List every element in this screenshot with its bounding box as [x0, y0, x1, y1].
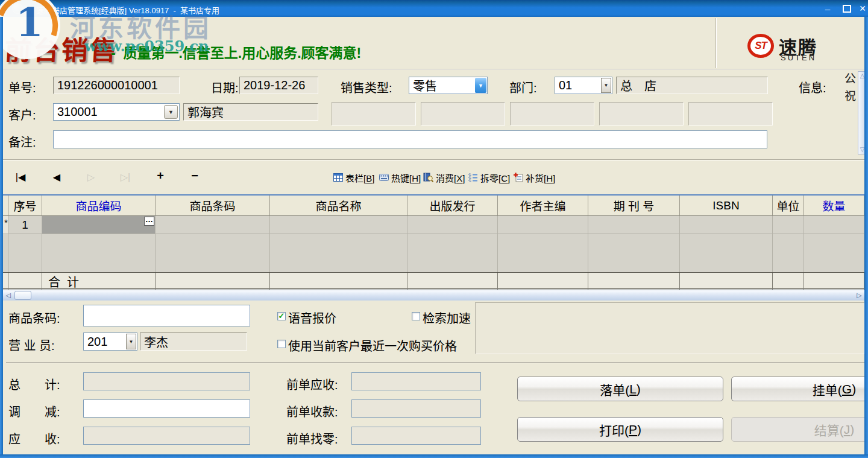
sale-type-dropdown-icon[interactable]: ▼ — [475, 78, 486, 93]
grid-header-row: 序号 商品编码 商品条码 商品名称 出版发行 作者主编 期 刊 号 ISBN 单… — [3, 196, 864, 216]
col-header-isbn[interactable]: ISBN — [680, 196, 773, 216]
customer-name-field: 郭海宾 — [183, 103, 318, 121]
adjust-label: 调 减: — [8, 402, 60, 420]
cell-issue-no[interactable] — [588, 216, 680, 234]
due-label: 应 收: — [8, 430, 60, 447]
col-header-publisher[interactable]: 出版发行 — [407, 196, 498, 216]
customer-dropdown-icon[interactable]: ▼ — [164, 105, 178, 119]
col-header-qty[interactable]: 数量 — [804, 196, 864, 216]
adjust-input[interactable] — [83, 399, 250, 418]
cell-publisher[interactable] — [407, 216, 498, 234]
grid-h-scrollbar[interactable]: ◁ ▷ — [3, 290, 864, 301]
total-label-cell: 合 计 — [42, 273, 156, 290]
spare-field-2 — [421, 102, 505, 126]
cell-author[interactable] — [498, 216, 588, 234]
date-label: 日期: — [211, 78, 239, 96]
col-header-issue-no[interactable]: 期 刊 号 — [588, 196, 680, 216]
clerk-name-field: 李杰 — [140, 332, 247, 351]
replenish-button[interactable]: 补货[H] — [514, 170, 555, 185]
prev-change-label: 前单找零: — [286, 430, 338, 447]
brand-circle-icon: ST — [747, 34, 774, 58]
sale-type-combo[interactable]: 零售 ▼ — [409, 77, 488, 94]
cell-qty[interactable] — [804, 216, 864, 234]
scroll-right-icon[interactable]: ▷ — [854, 290, 864, 301]
grid-corner-cell — [3, 196, 8, 216]
nav-first-icon[interactable]: |◀ — [13, 171, 28, 183]
clerk-dropdown-icon[interactable]: ▼ — [126, 334, 136, 349]
customer-label: 客户: — [8, 106, 36, 123]
barcode-entry-label: 商品条码: — [8, 309, 60, 326]
sale-type-value: 零售 — [413, 77, 437, 94]
cell-item-code-active[interactable]: … — [42, 216, 156, 234]
voice-quote-checkbox[interactable]: ✓ — [277, 312, 286, 320]
nav-prev-icon[interactable]: ◀ — [49, 171, 64, 183]
remark-input[interactable] — [53, 130, 767, 148]
info-marquee: 公祝 — [845, 72, 857, 154]
dept-dropdown-icon[interactable]: ▼ — [601, 78, 611, 93]
brand-name-en: SUTEN — [781, 53, 816, 62]
hold-order-button[interactable]: 挂单(G) — [731, 377, 868, 401]
nav-remove-icon[interactable]: − — [187, 169, 202, 183]
clerk-code-value: 201 — [87, 335, 107, 349]
lookup-ellipsis-button[interactable]: … — [144, 217, 154, 226]
items-grid: 序号 商品编码 商品条码 商品名称 出版发行 作者主编 期 刊 号 ISBN 单… — [3, 194, 864, 290]
last-price-label: 使用当前客户最近一次购买价格 — [288, 337, 457, 354]
split-button[interactable]: 拆零[C] — [468, 170, 510, 185]
window-border-left — [0, 17, 3, 458]
watermark-url: www.pc0359.cn — [84, 37, 209, 55]
scrollbar-thumb[interactable] — [14, 291, 31, 300]
consume-button-label: 消费[X] — [436, 171, 465, 184]
nav-append-icon[interactable]: + — [153, 169, 168, 183]
prev-paid-field — [351, 399, 481, 418]
fast-search-checkbox[interactable] — [412, 312, 420, 320]
place-order-button[interactable]: 落单(L) — [517, 377, 723, 401]
brand-monogram: ST — [755, 40, 767, 52]
col-header-item-code[interactable]: 商品编码 — [42, 196, 156, 216]
customer-code-value: 310001 — [57, 105, 98, 119]
row-marker-cell: * — [3, 216, 8, 234]
cell-unit[interactable] — [773, 216, 804, 234]
cell-seq[interactable]: 1 — [8, 216, 42, 234]
header-separator — [3, 69, 864, 70]
cell-isbn[interactable] — [680, 216, 773, 234]
minimize-button[interactable]: – — [819, 0, 837, 17]
nav-last-icon: ▷| — [118, 171, 133, 183]
split-unit-icon — [468, 173, 478, 182]
clerk-combo[interactable]: 201 ▼ — [83, 332, 137, 351]
col-header-unit[interactable]: 单位 — [773, 196, 804, 216]
print-button[interactable]: 打印(P) — [517, 417, 723, 442]
close-button[interactable]: × — [854, 0, 868, 17]
last-price-checkbox[interactable] — [277, 340, 286, 348]
col-header-item-name[interactable]: 商品名称 — [270, 196, 407, 216]
spare-field-3 — [510, 102, 594, 126]
scroll-left-icon[interactable]: ◁ — [3, 290, 13, 301]
columns-button-label: 表栏[B] — [345, 171, 374, 184]
dept-combo[interactable]: 01 ▼ — [555, 77, 612, 94]
cell-barcode[interactable] — [156, 216, 270, 234]
voice-quote-label: 语音报价 — [288, 309, 336, 326]
brand-logo: ST 速腾 SUTEN — [747, 33, 850, 63]
hotkey-button[interactable]: 热键[H] — [379, 170, 421, 185]
col-header-author[interactable]: 作者主编 — [498, 196, 588, 216]
consume-button[interactable]: 消费[X] — [423, 170, 465, 185]
hotkey-button-label: 热键[H] — [391, 171, 421, 184]
customer-combo[interactable]: 310001 ▼ — [53, 103, 180, 121]
table-columns-icon — [333, 173, 343, 182]
grand-total-label: 总 计: — [8, 375, 60, 393]
dept-label: 部门: — [509, 78, 537, 96]
col-header-barcode[interactable]: 商品条码 — [156, 196, 270, 216]
cell-item-name[interactable] — [270, 216, 407, 234]
split-button-label: 拆零[C] — [480, 171, 510, 184]
grid-row-1: * 1 … — [3, 216, 864, 234]
replenish-icon — [514, 173, 523, 182]
dept-code-value: 01 — [559, 78, 572, 92]
form-separator — [3, 159, 864, 161]
col-header-seq[interactable]: 序号 — [8, 196, 42, 216]
barcode-input[interactable] — [83, 305, 250, 326]
columns-button[interactable]: 表栏[B] — [333, 170, 374, 185]
message-panel — [475, 302, 864, 354]
total-marker-cell — [3, 273, 8, 290]
grand-total-field — [83, 372, 250, 390]
hotkey-keyboard-icon — [379, 174, 389, 181]
remark-label: 备注: — [8, 133, 36, 150]
